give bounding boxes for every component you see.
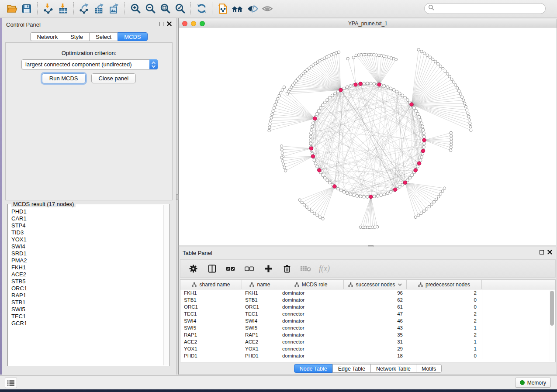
result-scrollbar[interactable]: [163, 205, 169, 365]
search-input[interactable]: [435, 4, 545, 13]
export-image-icon[interactable]: [107, 2, 121, 16]
table-row[interactable]: ACE2ACE2connector311: [180, 338, 549, 345]
column-header-mcds-role[interactable]: MCDS role: [278, 280, 344, 289]
close-panel-icon[interactable]: [547, 250, 552, 254]
function-builder-icon[interactable]: f(x): [319, 264, 330, 273]
mcds-result-item[interactable]: STB1: [11, 299, 163, 306]
mcds-result-item[interactable]: GCR1: [11, 320, 163, 327]
export-network-icon[interactable]: [77, 2, 92, 16]
mcds-result-item[interactable]: SWI4: [11, 243, 163, 250]
mcds-result-item[interactable]: PHD1: [11, 208, 163, 215]
share-network-icon[interactable]: [215, 2, 230, 16]
table-row[interactable]: TEC1TEC1connector472: [180, 310, 549, 317]
select-all-icon[interactable]: [225, 263, 236, 274]
mcds-result-item[interactable]: RAP1: [11, 292, 163, 299]
deselect-all-icon[interactable]: [244, 263, 255, 274]
mcds-node: [369, 195, 373, 199]
tab-mcds[interactable]: MCDS: [118, 32, 147, 41]
memory-button[interactable]: Memory: [515, 378, 551, 388]
column-label: shared name: [199, 282, 230, 288]
mcds-result-item[interactable]: PMA2: [11, 257, 163, 264]
close-panel-button[interactable]: Close panel: [91, 73, 136, 83]
tab-network[interactable]: Network: [30, 32, 64, 41]
table-row[interactable]: PHD1PHD1dominator180: [180, 352, 549, 359]
table-cell: YOX1: [180, 346, 242, 351]
gear-icon[interactable]: [187, 263, 199, 274]
column-header-name[interactable]: name: [242, 280, 278, 289]
network-titlebar[interactable]: YPA_prune.txt_1: [179, 19, 557, 28]
table-row[interactable]: RAP1RAP1dominator352: [180, 331, 549, 338]
column-header-successor-nodes[interactable]: successor nodes: [344, 280, 407, 289]
search-box[interactable]: [424, 3, 546, 14]
mcds-result-item[interactable]: ORC1: [11, 285, 163, 292]
mcds-node: [414, 168, 417, 172]
zoom-in-icon[interactable]: [128, 2, 143, 16]
table-row[interactable]: SWI5SWI5connector431: [180, 324, 549, 331]
table-row[interactable]: FKH1FKH1dominator962: [180, 289, 549, 296]
network-node: [380, 194, 383, 197]
tab-edge-table[interactable]: Edge Table: [332, 364, 371, 373]
zoom-fit-icon[interactable]: [158, 2, 173, 16]
import-network-icon[interactable]: [41, 2, 55, 16]
table-cell: 1: [407, 346, 482, 351]
mcds-result-item[interactable]: SWI5: [11, 306, 163, 313]
mcds-node: [417, 162, 421, 165]
zoom-selected-icon[interactable]: [173, 2, 187, 16]
save-icon[interactable]: [19, 2, 34, 16]
table-row[interactable]: SWI4SWI4dominator462: [180, 317, 549, 324]
column-panel-icon[interactable]: [206, 263, 218, 274]
refresh-layout-icon[interactable]: [194, 2, 209, 16]
mcds-result-item[interactable]: FKH1: [11, 264, 163, 271]
network-canvas[interactable]: [179, 28, 557, 245]
float-window-icon[interactable]: [159, 22, 163, 26]
table-row[interactable]: YOX1YOX1connector291: [180, 345, 549, 352]
mcds-result-item[interactable]: CAR1: [11, 215, 163, 222]
open-folder-icon[interactable]: [4, 2, 19, 16]
hide-show-icon[interactable]: [245, 2, 260, 16]
run-mcds-button[interactable]: Run MCDS: [42, 73, 86, 83]
float-window-icon[interactable]: [540, 250, 544, 254]
mcds-node: [359, 82, 362, 86]
table-row[interactable]: STB1STB1dominator620: [180, 296, 549, 303]
mcds-result-item[interactable]: TEC1: [11, 313, 163, 320]
criterion-dropdown[interactable]: largest connected component (undirected): [21, 59, 158, 69]
import-table-icon[interactable]: [55, 2, 70, 16]
network-node: [444, 70, 446, 72]
network-node: [464, 105, 467, 108]
eye-icon[interactable]: [260, 2, 275, 16]
mcds-result-item[interactable]: SRD1: [11, 250, 163, 257]
network-node: [311, 210, 313, 213]
tab-node-table[interactable]: Node Table: [294, 364, 333, 373]
zoom-out-icon[interactable]: [143, 2, 158, 16]
network-node: [314, 162, 317, 165]
network-node: [284, 169, 287, 172]
network-node: [437, 195, 440, 198]
first-neighbors-icon[interactable]: [230, 2, 245, 16]
table-cell: SWI5: [180, 325, 242, 330]
table-cell: 46: [344, 318, 407, 323]
delete-icon[interactable]: [281, 263, 293, 274]
tab-network-table[interactable]: Network Table: [370, 364, 416, 373]
mcds-result-item[interactable]: ACE2: [11, 271, 163, 278]
scrollbar-thumb[interactable]: [550, 291, 554, 326]
network-graph[interactable]: [179, 28, 557, 244]
table-scrollbar[interactable]: [549, 290, 555, 361]
network-node: [281, 151, 284, 154]
table-row[interactable]: ORC1ORC1dominator610: [180, 303, 549, 310]
mcds-result-item[interactable]: STP4: [11, 222, 163, 229]
tab-select[interactable]: Select: [89, 32, 118, 41]
column-header-predecessor-nodes[interactable]: predecessor nodes: [407, 280, 482, 289]
network-node: [454, 83, 457, 86]
delete-table-icon[interactable]: [300, 263, 311, 274]
mcds-result-item[interactable]: TID3: [11, 229, 163, 236]
mcds-result-item[interactable]: YOX1: [11, 236, 163, 243]
mcds-result-item[interactable]: STB5: [11, 278, 163, 285]
export-table-icon[interactable]: [92, 2, 107, 16]
attribute-icon: [192, 282, 197, 287]
column-header-shared-name[interactable]: shared name: [180, 280, 242, 289]
close-panel-icon[interactable]: [167, 21, 172, 26]
tab-style[interactable]: Style: [64, 32, 90, 41]
add-icon[interactable]: [263, 263, 274, 274]
tab-motifs[interactable]: Motifs: [416, 364, 442, 373]
task-history-button[interactable]: [5, 378, 17, 388]
